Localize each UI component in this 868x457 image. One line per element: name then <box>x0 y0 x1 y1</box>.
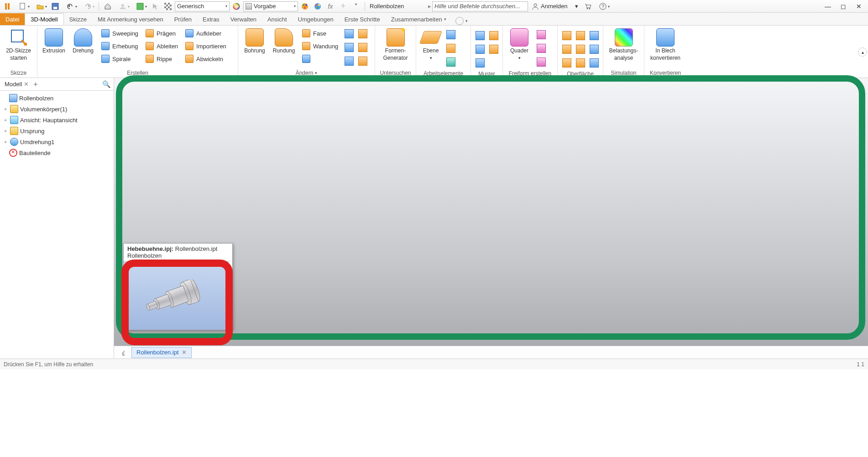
appearance-combo[interactable]: Vorgabe▾ <box>243 1 298 11</box>
box-button[interactable]: Quader ▾ <box>505 26 534 61</box>
home-button[interactable] <box>102 1 114 12</box>
tab-inspect[interactable]: Prüfen <box>169 13 197 25</box>
new-button[interactable]: ▾ <box>15 1 31 12</box>
tab-collaborate[interactable]: Zusammenarbeiten <box>386 13 452 25</box>
freeform-2[interactable] <box>535 42 548 55</box>
tree-revolve-feature[interactable]: +Umdrehung1 <box>1 136 113 147</box>
loft-button[interactable]: Erhebung <box>99 40 141 52</box>
tab-manage[interactable]: Verwalten <box>225 13 262 25</box>
modify-tool-6[interactable] <box>356 55 369 68</box>
ribbon-collapse-button[interactable]: ▴ <box>858 47 867 57</box>
extrusion-button[interactable]: Extrusion <box>39 26 68 54</box>
freeform-1[interactable] <box>535 28 548 41</box>
sweeping-button[interactable]: Sweeping <box>99 27 141 39</box>
surf-7[interactable] <box>560 57 573 69</box>
import-button[interactable]: Importieren <box>183 40 229 52</box>
material-combo[interactable]: Generisch▾ <box>175 1 230 11</box>
shell-button[interactable]: Wandung <box>299 40 341 52</box>
appearance-picker-2-icon[interactable] <box>312 1 324 12</box>
tree-solids[interactable]: +Volumenkörper(1) <box>1 104 113 114</box>
decal-button[interactable]: Aufkleber <box>183 27 229 39</box>
panel-tab-model[interactable]: Modell ✕ <box>3 80 31 88</box>
surf-6[interactable] <box>588 43 601 56</box>
stress-analysis-button[interactable]: Belastungs- analyse <box>605 26 642 61</box>
emboss-button[interactable]: Prägen <box>143 27 181 39</box>
minimize-button[interactable]: — <box>821 1 835 11</box>
redo-button[interactable]: ▾ <box>79 1 96 12</box>
extra-circle-icon[interactable] <box>455 17 464 25</box>
revolve-button[interactable]: Drehung <box>68 26 98 54</box>
help-button[interactable]: ?▾ <box>595 1 611 12</box>
document-name-combo[interactable]: Rollenbolzen <box>368 1 427 11</box>
search-input[interactable]: Hilfe und Befehle durchsuchen... <box>432 1 528 11</box>
tab-annotate[interactable]: Mit Anmerkung versehen <box>92 13 169 25</box>
surf-4[interactable] <box>560 43 573 56</box>
tab-extras[interactable]: Extras <box>197 13 225 25</box>
coil-button[interactable]: Spirale <box>99 53 141 65</box>
checker-icon[interactable] <box>162 1 174 12</box>
plus-button[interactable]: + <box>337 1 349 12</box>
appearance-picker-1-icon[interactable] <box>299 1 311 12</box>
modify-tool-1[interactable] <box>343 27 356 40</box>
rect-pattern-button[interactable] <box>474 29 486 42</box>
tree-origin[interactable]: +Ursprung <box>1 125 113 136</box>
ucs-button[interactable] <box>444 56 457 68</box>
surf-5[interactable] <box>574 43 587 56</box>
graphics-canvas[interactable]: Hebebuehne.ipj: Rollenbolzen.ipt Rollenb… <box>114 78 868 358</box>
circ-pattern-button[interactable] <box>474 43 486 56</box>
open-button[interactable]: ▾ <box>32 1 48 12</box>
fx-parameters-button[interactable]: fx <box>324 1 336 12</box>
close-icon[interactable]: ✕ <box>24 81 29 88</box>
tree-view[interactable]: +Ansicht: Hauptansicht <box>1 114 113 125</box>
sketch-pattern-button[interactable] <box>487 43 500 56</box>
freeform-3[interactable] <box>535 56 548 68</box>
login-button[interactable]: Anmelden ▾ <box>529 1 581 11</box>
surf-8[interactable] <box>574 57 587 69</box>
fillet-button[interactable]: Rundung <box>269 26 298 54</box>
tree-end-of-part[interactable]: Bauteilende <box>1 147 113 158</box>
start-2d-sketch-button[interactable]: 2D-Skizze starten <box>2 26 35 61</box>
modify-tool-4[interactable] <box>356 41 369 54</box>
doc-tab-home[interactable] <box>117 347 130 358</box>
tree-root[interactable]: Rollenbolzen <box>1 93 113 104</box>
convert-sheetmetal-button[interactable]: In Blech konvertieren <box>646 26 685 61</box>
axis-button[interactable] <box>444 28 457 41</box>
close-button[interactable]: ✕ <box>852 1 866 11</box>
undo-button[interactable]: ▾ <box>62 1 78 12</box>
cart-button[interactable] <box>582 1 594 12</box>
modify-tool-5[interactable] <box>343 55 356 68</box>
modify-tool-2[interactable] <box>356 27 369 40</box>
qat-customize-button[interactable]: ▾ <box>350 1 362 12</box>
pattern-5-button[interactable] <box>474 57 486 69</box>
unfold-button[interactable]: Abwickeln <box>183 53 229 65</box>
tab-file[interactable]: Datei <box>0 13 25 25</box>
doc-tab-rollenbolzen[interactable]: Rollenbolzen.ipt ✕ <box>131 347 192 358</box>
plane-button[interactable]: Ebene ▾ <box>418 26 444 61</box>
surf-1[interactable] <box>560 29 573 42</box>
tab-get-started[interactable]: Erste Schritte <box>339 13 386 25</box>
hole-button[interactable]: Bohrung <box>240 26 269 54</box>
close-icon[interactable]: ✕ <box>182 349 187 356</box>
surf-2[interactable] <box>574 29 587 42</box>
surf-9[interactable] <box>588 57 601 69</box>
surf-3[interactable] <box>588 29 601 42</box>
mirror-button[interactable] <box>487 29 500 42</box>
select-button[interactable] <box>149 1 161 12</box>
point-button[interactable] <box>444 42 457 55</box>
appearance-quick-button[interactable]: ▾ <box>132 1 148 12</box>
maximize-button[interactable]: ◻ <box>836 1 851 11</box>
tab-view[interactable]: Ansicht <box>262 13 293 25</box>
tab-sketch[interactable]: Skizze <box>64 13 92 25</box>
tab-environments[interactable]: Umgebungen <box>293 13 339 25</box>
panel-add-tab[interactable]: + <box>33 80 37 88</box>
panel-search-icon[interactable]: 🔍 <box>102 80 111 88</box>
colorwheel-icon[interactable] <box>230 1 242 12</box>
shape-generator-button[interactable]: ✦ Formen- Generator <box>377 26 414 61</box>
derive-button[interactable]: Ableiten <box>143 40 181 52</box>
modify-tool-3[interactable] <box>343 41 356 54</box>
app-icon[interactable] <box>2 1 14 12</box>
tab-3d-model[interactable]: 3D-Modell <box>25 13 63 25</box>
chamfer-button[interactable]: Fase <box>299 27 341 39</box>
rib-button[interactable]: Rippe <box>143 53 181 65</box>
save-button[interactable] <box>49 1 61 12</box>
